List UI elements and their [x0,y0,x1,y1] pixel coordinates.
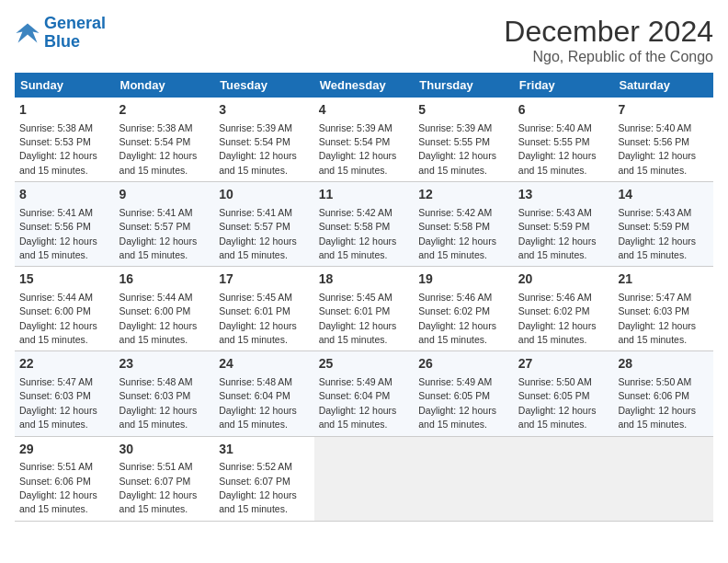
sunrise-text: Sunrise: 5:45 AM [319,292,392,303]
sunrise-text: Sunrise: 5:49 AM [319,376,392,387]
sunset-text: Sunset: 5:54 PM [219,136,290,147]
calendar-cell: 30Sunrise: 5:51 AMSunset: 6:07 PMDayligh… [115,436,215,521]
daylight-label: Daylight: 12 hours and 15 minutes. [219,150,297,175]
col-header-tuesday: Tuesday [214,73,314,98]
calendar-cell: 10Sunrise: 5:41 AMSunset: 5:57 PMDayligh… [214,182,314,267]
sunrise-text: Sunrise: 5:41 AM [119,207,193,218]
daylight-label: Daylight: 12 hours and 15 minutes. [119,320,198,345]
calendar-cell: 31Sunrise: 5:52 AMSunset: 6:07 PMDayligh… [214,436,314,521]
day-number: 14 [618,186,709,204]
sunrise-text: Sunrise: 5:41 AM [219,207,292,218]
sunset-text: Sunset: 6:00 PM [19,305,91,316]
sunset-text: Sunset: 6:02 PM [518,305,590,316]
calendar-week-row: 22Sunrise: 5:47 AMSunset: 6:03 PMDayligh… [15,351,713,436]
sunset-text: Sunset: 6:07 PM [119,476,191,487]
daylight-label: Daylight: 12 hours and 15 minutes. [618,320,696,345]
sunset-text: Sunset: 5:58 PM [418,221,490,232]
daylight-label: Daylight: 12 hours and 15 minutes. [19,405,97,430]
sunset-text: Sunset: 5:59 PM [518,221,590,232]
day-number: 5 [418,101,509,120]
sunset-text: Sunset: 6:05 PM [418,390,490,401]
sunrise-text: Sunrise: 5:51 AM [19,461,93,472]
daylight-label: Daylight: 12 hours and 15 minutes. [518,320,597,345]
calendar-cell: 20Sunrise: 5:46 AMSunset: 6:02 PMDayligh… [514,267,614,351]
day-number: 29 [19,441,110,459]
daylight-label: Daylight: 12 hours and 15 minutes. [618,236,696,260]
daylight-label: Daylight: 12 hours and 15 minutes. [119,489,198,514]
calendar-cell: 4Sunrise: 5:39 AMSunset: 5:54 PMDaylight… [314,98,415,182]
calendar-cell: 6Sunrise: 5:40 AMSunset: 5:55 PMDaylight… [514,98,614,182]
day-number: 11 [319,186,410,204]
calendar-cell: 13Sunrise: 5:43 AMSunset: 5:59 PMDayligh… [514,182,614,267]
sunset-text: Sunset: 5:55 PM [518,136,590,147]
day-number: 20 [518,270,609,289]
calendar-table: SundayMondayTuesdayWednesdayThursdayFrid… [15,73,713,522]
sunrise-text: Sunrise: 5:51 AM [119,461,193,472]
daylight-label: Daylight: 12 hours and 15 minutes. [219,489,297,514]
sunset-text: Sunset: 6:04 PM [219,390,290,401]
sunrise-text: Sunrise: 5:42 AM [319,207,392,218]
sunset-text: Sunset: 6:02 PM [418,305,490,316]
title-block: December 2024 Ngo, Republic of the Congo [504,15,713,65]
sunrise-text: Sunrise: 5:38 AM [119,122,193,133]
calendar-cell: 24Sunrise: 5:48 AMSunset: 6:04 PMDayligh… [214,351,314,436]
sunset-text: Sunset: 6:06 PM [618,390,689,401]
calendar-cell: 16Sunrise: 5:44 AMSunset: 6:00 PMDayligh… [115,267,215,351]
daylight-label: Daylight: 12 hours and 15 minutes. [518,236,597,260]
daylight-label: Daylight: 12 hours and 15 minutes. [518,150,597,175]
calendar-cell: 5Sunrise: 5:39 AMSunset: 5:55 PMDaylight… [414,98,514,182]
sunrise-text: Sunrise: 5:50 AM [518,376,592,387]
sunset-text: Sunset: 5:58 PM [319,221,391,232]
sunrise-text: Sunrise: 5:46 AM [418,292,492,303]
sunset-text: Sunset: 6:06 PM [19,476,91,487]
svg-marker-0 [16,23,39,42]
calendar-cell: 21Sunrise: 5:47 AMSunset: 6:03 PMDayligh… [613,267,713,351]
sunset-text: Sunset: 6:00 PM [119,305,191,316]
sunrise-text: Sunrise: 5:46 AM [518,292,592,303]
day-number: 17 [219,270,310,289]
sunset-text: Sunset: 6:01 PM [319,305,391,316]
col-header-wednesday: Wednesday [314,73,415,98]
daylight-label: Daylight: 12 hours and 15 minutes. [19,150,97,175]
daylight-label: Daylight: 12 hours and 15 minutes. [418,150,496,175]
day-number: 26 [418,355,509,373]
calendar-cell: 22Sunrise: 5:47 AMSunset: 6:03 PMDayligh… [15,351,115,436]
day-number: 30 [119,441,210,459]
daylight-label: Daylight: 12 hours and 15 minutes. [418,320,496,345]
calendar-week-row: 8Sunrise: 5:41 AMSunset: 5:56 PMDaylight… [15,182,713,267]
calendar-cell [613,436,713,521]
daylight-label: Daylight: 12 hours and 15 minutes. [418,405,496,430]
sunrise-text: Sunrise: 5:49 AM [418,376,492,387]
sunrise-text: Sunrise: 5:39 AM [319,122,392,133]
calendar-cell: 1Sunrise: 5:38 AMSunset: 5:53 PMDaylight… [15,98,115,182]
calendar-week-row: 15Sunrise: 5:44 AMSunset: 6:00 PMDayligh… [15,267,713,351]
sunrise-text: Sunrise: 5:42 AM [418,207,492,218]
day-number: 4 [319,101,410,120]
daylight-label: Daylight: 12 hours and 15 minutes. [618,405,696,430]
sunset-text: Sunset: 5:55 PM [418,136,490,147]
day-number: 15 [19,270,110,289]
sunrise-text: Sunrise: 5:41 AM [19,207,93,218]
sunset-text: Sunset: 6:03 PM [119,390,191,401]
calendar-header-row: SundayMondayTuesdayWednesdayThursdayFrid… [15,73,713,98]
calendar-cell: 17Sunrise: 5:45 AMSunset: 6:01 PMDayligh… [214,267,314,351]
sunset-text: Sunset: 6:01 PM [219,305,290,316]
day-number: 9 [119,186,210,204]
calendar-cell: 9Sunrise: 5:41 AMSunset: 5:57 PMDaylight… [115,182,215,267]
daylight-label: Daylight: 12 hours and 15 minutes. [19,489,97,514]
calendar-week-row: 1Sunrise: 5:38 AMSunset: 5:53 PMDaylight… [15,98,713,182]
daylight-label: Daylight: 12 hours and 15 minutes. [219,236,297,260]
sunset-text: Sunset: 6:07 PM [219,476,290,487]
sunrise-text: Sunrise: 5:50 AM [618,376,691,387]
sunrise-text: Sunrise: 5:45 AM [219,292,292,303]
calendar-cell: 11Sunrise: 5:42 AMSunset: 5:58 PMDayligh… [314,182,415,267]
day-number: 25 [319,355,410,373]
day-number: 31 [219,441,310,459]
day-number: 24 [219,355,310,373]
sunset-text: Sunset: 5:54 PM [319,136,391,147]
sunrise-text: Sunrise: 5:52 AM [219,461,292,472]
calendar-cell: 3Sunrise: 5:39 AMSunset: 5:54 PMDaylight… [214,98,314,182]
calendar-cell [314,436,415,521]
day-number: 13 [518,186,609,204]
calendar-cell: 27Sunrise: 5:50 AMSunset: 6:05 PMDayligh… [514,351,614,436]
